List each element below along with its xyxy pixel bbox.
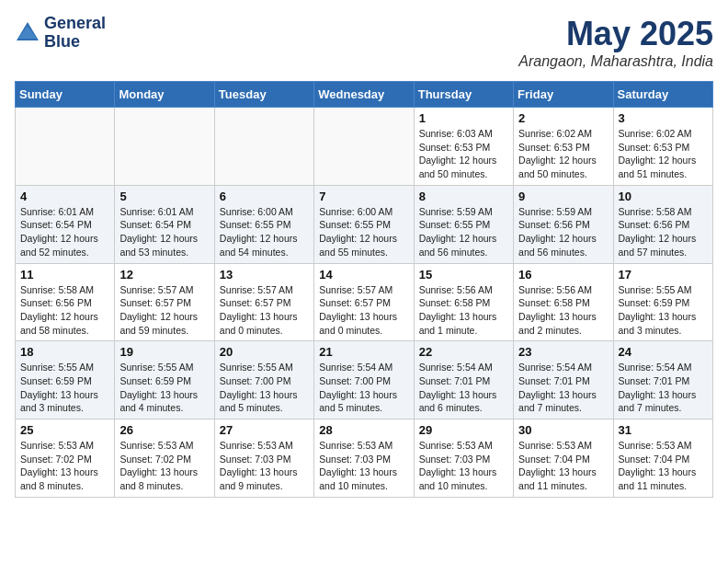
calendar-cell: 19Sunrise: 5:55 AM Sunset: 6:59 PM Dayli… xyxy=(115,341,214,419)
calendar-week-row: 1Sunrise: 6:03 AM Sunset: 6:53 PM Daylig… xyxy=(16,108,713,186)
weekday-header-friday: Friday xyxy=(514,82,613,108)
day-number: 2 xyxy=(518,111,608,125)
day-number: 3 xyxy=(619,111,708,125)
day-info: Sunrise: 5:55 AM Sunset: 6:59 PM Dayligh… xyxy=(119,361,209,415)
calendar-week-row: 25Sunrise: 5:53 AM Sunset: 7:02 PM Dayli… xyxy=(16,419,713,498)
day-number: 26 xyxy=(119,423,209,437)
calendar-cell: 5Sunrise: 6:01 AM Sunset: 6:54 PM Daylig… xyxy=(115,185,214,263)
calendar-cell: 25Sunrise: 5:53 AM Sunset: 7:02 PM Dayli… xyxy=(16,419,115,498)
day-number: 5 xyxy=(119,190,209,203)
calendar-cell: 13Sunrise: 5:57 AM Sunset: 6:57 PM Dayli… xyxy=(214,263,313,341)
day-info: Sunrise: 6:02 AM Sunset: 6:53 PM Dayligh… xyxy=(619,127,708,181)
calendar-cell: 6Sunrise: 6:00 AM Sunset: 6:55 PM Daylig… xyxy=(214,185,313,263)
day-number: 16 xyxy=(518,268,608,282)
day-number: 20 xyxy=(220,345,309,359)
day-info: Sunrise: 5:53 AM Sunset: 7:03 PM Dayligh… xyxy=(220,439,309,493)
weekday-header-thursday: Thursday xyxy=(414,82,513,108)
day-info: Sunrise: 5:54 AM Sunset: 7:01 PM Dayligh… xyxy=(419,361,508,415)
weekday-header-row: SundayMondayTuesdayWednesdayThursdayFrid… xyxy=(16,82,713,108)
day-info: Sunrise: 6:02 AM Sunset: 6:53 PM Dayligh… xyxy=(518,127,608,181)
day-number: 7 xyxy=(319,190,408,203)
calendar-cell: 23Sunrise: 5:54 AM Sunset: 7:01 PM Dayli… xyxy=(514,341,613,419)
calendar-cell: 7Sunrise: 6:00 AM Sunset: 6:55 PM Daylig… xyxy=(314,185,414,263)
logo-icon xyxy=(15,20,40,46)
calendar-cell: 31Sunrise: 5:53 AM Sunset: 7:04 PM Dayli… xyxy=(613,419,712,498)
day-number: 10 xyxy=(619,190,708,203)
day-number: 13 xyxy=(220,268,309,282)
day-number: 9 xyxy=(518,190,608,203)
logo: General Blue xyxy=(15,15,106,52)
day-number: 1 xyxy=(419,111,508,125)
calendar-cell: 16Sunrise: 5:56 AM Sunset: 6:58 PM Dayli… xyxy=(514,263,613,341)
day-number: 29 xyxy=(419,423,508,437)
calendar-cell: 11Sunrise: 5:58 AM Sunset: 6:56 PM Dayli… xyxy=(16,263,115,341)
day-info: Sunrise: 6:01 AM Sunset: 6:54 PM Dayligh… xyxy=(119,205,209,259)
svg-marker-1 xyxy=(18,26,37,39)
day-number: 28 xyxy=(319,423,408,437)
day-info: Sunrise: 5:53 AM Sunset: 7:03 PM Dayligh… xyxy=(319,439,408,493)
day-number: 12 xyxy=(119,268,209,282)
day-number: 24 xyxy=(619,345,708,359)
day-number: 27 xyxy=(220,423,309,437)
weekday-header-tuesday: Tuesday xyxy=(214,82,313,108)
calendar-cell: 4Sunrise: 6:01 AM Sunset: 6:54 PM Daylig… xyxy=(16,185,115,263)
calendar-cell: 26Sunrise: 5:53 AM Sunset: 7:02 PM Dayli… xyxy=(115,419,214,498)
calendar-cell: 22Sunrise: 5:54 AM Sunset: 7:01 PM Dayli… xyxy=(414,341,513,419)
day-number: 19 xyxy=(119,345,209,359)
day-info: Sunrise: 5:53 AM Sunset: 7:02 PM Dayligh… xyxy=(20,439,109,493)
day-info: Sunrise: 5:55 AM Sunset: 6:59 PM Dayligh… xyxy=(20,361,109,415)
logo-text: General Blue xyxy=(44,15,106,52)
calendar-cell xyxy=(115,108,214,186)
day-info: Sunrise: 6:03 AM Sunset: 6:53 PM Dayligh… xyxy=(419,127,508,181)
day-number: 23 xyxy=(518,345,608,359)
day-number: 25 xyxy=(20,423,109,437)
calendar-cell: 8Sunrise: 5:59 AM Sunset: 6:55 PM Daylig… xyxy=(414,185,513,263)
weekday-header-saturday: Saturday xyxy=(613,82,712,108)
calendar-cell: 18Sunrise: 5:55 AM Sunset: 6:59 PM Dayli… xyxy=(16,341,115,419)
calendar-cell: 29Sunrise: 5:53 AM Sunset: 7:03 PM Dayli… xyxy=(414,419,513,498)
day-info: Sunrise: 5:57 AM Sunset: 6:57 PM Dayligh… xyxy=(119,283,209,338)
day-info: Sunrise: 5:58 AM Sunset: 6:56 PM Dayligh… xyxy=(20,283,109,338)
day-number: 31 xyxy=(619,423,708,437)
calendar-cell: 3Sunrise: 6:02 AM Sunset: 6:53 PM Daylig… xyxy=(613,108,712,186)
day-number: 17 xyxy=(619,268,708,282)
day-number: 8 xyxy=(419,190,508,203)
calendar-cell: 24Sunrise: 5:54 AM Sunset: 7:01 PM Dayli… xyxy=(613,341,712,419)
day-info: Sunrise: 5:56 AM Sunset: 6:58 PM Dayligh… xyxy=(518,283,608,338)
day-info: Sunrise: 5:59 AM Sunset: 6:55 PM Dayligh… xyxy=(419,205,508,259)
day-info: Sunrise: 5:56 AM Sunset: 6:58 PM Dayligh… xyxy=(419,283,508,338)
calendar-cell xyxy=(214,108,313,186)
page-header: General Blue May 2025 Arangaon, Maharash… xyxy=(15,15,713,70)
calendar-cell: 17Sunrise: 5:55 AM Sunset: 6:59 PM Dayli… xyxy=(613,263,712,341)
day-info: Sunrise: 5:55 AM Sunset: 7:00 PM Dayligh… xyxy=(220,361,309,415)
day-info: Sunrise: 5:53 AM Sunset: 7:03 PM Dayligh… xyxy=(419,439,508,493)
calendar-cell: 1Sunrise: 6:03 AM Sunset: 6:53 PM Daylig… xyxy=(414,108,513,186)
day-info: Sunrise: 5:55 AM Sunset: 6:59 PM Dayligh… xyxy=(619,283,708,338)
location: Arangaon, Maharashtra, India xyxy=(518,53,713,70)
day-info: Sunrise: 5:54 AM Sunset: 7:01 PM Dayligh… xyxy=(619,361,708,415)
calendar-cell xyxy=(16,108,115,186)
calendar-table: SundayMondayTuesdayWednesdayThursdayFrid… xyxy=(15,81,713,498)
month-title: May 2025 xyxy=(518,15,713,53)
calendar-cell: 21Sunrise: 5:54 AM Sunset: 7:00 PM Dayli… xyxy=(314,341,414,419)
day-info: Sunrise: 5:54 AM Sunset: 7:01 PM Dayligh… xyxy=(518,361,608,415)
calendar-cell: 15Sunrise: 5:56 AM Sunset: 6:58 PM Dayli… xyxy=(414,263,513,341)
day-info: Sunrise: 6:00 AM Sunset: 6:55 PM Dayligh… xyxy=(319,205,408,259)
weekday-header-monday: Monday xyxy=(115,82,214,108)
title-block: May 2025 Arangaon, Maharashtra, India xyxy=(518,15,713,70)
day-number: 21 xyxy=(319,345,408,359)
day-info: Sunrise: 5:54 AM Sunset: 7:00 PM Dayligh… xyxy=(319,361,408,415)
day-info: Sunrise: 5:58 AM Sunset: 6:56 PM Dayligh… xyxy=(619,205,708,259)
day-number: 4 xyxy=(20,190,109,203)
calendar-cell xyxy=(314,108,414,186)
calendar-cell: 10Sunrise: 5:58 AM Sunset: 6:56 PM Dayli… xyxy=(613,185,712,263)
calendar-cell: 2Sunrise: 6:02 AM Sunset: 6:53 PM Daylig… xyxy=(514,108,613,186)
calendar-cell: 20Sunrise: 5:55 AM Sunset: 7:00 PM Dayli… xyxy=(214,341,313,419)
calendar-cell: 28Sunrise: 5:53 AM Sunset: 7:03 PM Dayli… xyxy=(314,419,414,498)
day-info: Sunrise: 5:57 AM Sunset: 6:57 PM Dayligh… xyxy=(220,283,309,338)
day-info: Sunrise: 5:53 AM Sunset: 7:04 PM Dayligh… xyxy=(518,439,608,493)
day-info: Sunrise: 5:53 AM Sunset: 7:04 PM Dayligh… xyxy=(619,439,708,493)
calendar-cell: 9Sunrise: 5:59 AM Sunset: 6:56 PM Daylig… xyxy=(514,185,613,263)
day-number: 22 xyxy=(419,345,508,359)
calendar-week-row: 4Sunrise: 6:01 AM Sunset: 6:54 PM Daylig… xyxy=(16,185,713,263)
